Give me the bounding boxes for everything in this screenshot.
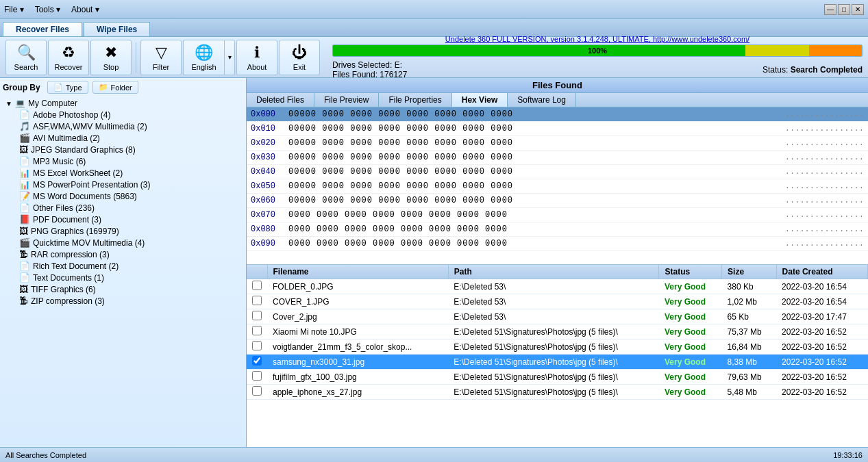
hex-addr-6: 0x060 [251, 194, 288, 207]
tree-icon-8: 📄 [19, 203, 30, 213]
tree-item-10[interactable]: 🖼PNG Graphics (169979) [16, 225, 243, 237]
row-checkbox-5[interactable] [247, 355, 267, 370]
row-status-3: Very Good [659, 324, 722, 339]
col-path[interactable]: Path [448, 265, 659, 279]
stop-button[interactable]: ✖ Stop [90, 40, 132, 75]
row-checkbox-4[interactable] [247, 339, 267, 355]
row-checkbox-1[interactable] [247, 294, 267, 309]
language-button[interactable]: 🌐 English [183, 40, 224, 75]
tree-item-9[interactable]: 📕PDF Document (3) [16, 214, 243, 225]
hex-row-8[interactable]: 0x0800000 0000 0000 0000 0000 0000 0000 … [247, 222, 868, 237]
language-arrow[interactable]: ▾ [224, 40, 235, 75]
row-filename-5: samsung_nx3000_31.jpg [267, 355, 448, 370]
row-size-0: 380 Kb [722, 279, 777, 294]
app-link[interactable]: Undelete 360 FULL VERSION, version 3.1.4… [332, 35, 863, 43]
table-row-0[interactable]: FOLDER_0.JPG E:\Deleted 53\ Very Good 38… [247, 279, 868, 294]
row-checkbox-2[interactable] [247, 309, 267, 324]
col-status[interactable]: Status [659, 265, 722, 279]
tree-item-16[interactable]: 🗜ZIP compression (3) [16, 295, 243, 307]
col-filename[interactable]: Filename [267, 265, 448, 279]
tree-item-11[interactable]: 🎬Quicktime MOV Multimedia (4) [16, 237, 243, 248]
folder-btn[interactable]: 📁 Folder [92, 81, 138, 94]
tree-item-8[interactable]: 📄Other Files (236) [16, 202, 243, 214]
hex-ascii-3: ................ [768, 151, 864, 164]
tab-deleted-files[interactable]: Deleted Files [247, 93, 314, 107]
row-checkbox-3[interactable] [247, 324, 267, 339]
status-value: Search Completed [791, 65, 863, 75]
table-row-7[interactable]: apple_iphone_xs_27.jpg E:\Deleted 51\Sig… [247, 385, 868, 400]
tree-item-6[interactable]: 📊MS PowerPoint Presentation (3) [16, 179, 243, 190]
hex-row-0[interactable]: 0x00000000 0000 0000 0000 0000 0000 0000… [247, 107, 868, 122]
tree-icon-0: 📄 [19, 110, 30, 120]
hex-row-9[interactable]: 0x0900000 0000 0000 0000 0000 0000 0000 … [247, 237, 868, 251]
about-button[interactable]: ℹ About [236, 40, 277, 75]
type-btn[interactable]: 📄 Type [47, 81, 88, 94]
hex-row-5[interactable]: 0x05000000 0000 0000 0000 0000 0000 0000… [247, 179, 868, 194]
tree-label-14: Text Documents (1) [33, 273, 104, 283]
hex-ascii-9: ................ [768, 237, 864, 251]
tree-item-13[interactable]: 📄Rich Text Document (2) [16, 260, 243, 272]
tab-file-preview[interactable]: File Preview [314, 93, 379, 107]
row-checkbox-7[interactable] [247, 385, 267, 400]
tab-software-log[interactable]: Software Log [508, 93, 576, 107]
exit-button[interactable]: ⏻ Exit [279, 40, 320, 75]
progress-green [333, 45, 745, 56]
tree-item-4[interactable]: 📄MP3 Music (6) [16, 155, 243, 167]
table-row-1[interactable]: COVER_1.JPG E:\Deleted 53\ Very Good 1,0… [247, 294, 868, 309]
col-date[interactable]: Date Created [776, 265, 867, 279]
tree-icon-1: 🎵 [19, 121, 30, 131]
menu-tools[interactable]: Tools ▾ [35, 5, 60, 14]
hex-row-2[interactable]: 0x02000000 0000 0000 0000 0000 0000 0000… [247, 136, 868, 151]
row-checkbox-6[interactable] [247, 370, 267, 385]
stop-icon: ✖ [105, 44, 117, 62]
tree-root-mycomputer[interactable]: ▼ 💻 My Computer [3, 98, 243, 109]
tree-item-1[interactable]: 🎵ASF,WMA,WMV Multimedia (2) [16, 120, 243, 132]
status-bar-right: 19:33:16 [833, 451, 863, 459]
progress-container: 100% [332, 44, 863, 59]
menu-file[interactable]: File ▾ [4, 5, 24, 14]
tab-recover-files[interactable]: Recover Files [3, 22, 82, 36]
table-header-row: Filename Path Status Size Date Created [247, 265, 868, 279]
table-row-4[interactable]: voigtlander_21mm_f3_5_color_skop... E:\D… [247, 339, 868, 355]
hex-addr-1: 0x010 [251, 122, 288, 136]
close-button[interactable]: ✕ [852, 4, 864, 15]
view-tabs: Deleted Files File Preview File Properti… [247, 93, 868, 107]
minimize-button[interactable]: — [824, 4, 836, 15]
tree-item-15[interactable]: 🖼TIFF Graphics (6) [16, 283, 243, 295]
tree-icon-13: 📄 [19, 261, 30, 271]
tree-item-12[interactable]: 🗜RAR compression (3) [16, 248, 243, 260]
tree-item-3[interactable]: 🖼JPEG Standard Graphics (8) [16, 144, 243, 155]
tree-item-7[interactable]: 📝MS Word Documents (5863) [16, 190, 243, 202]
row-checkbox-0[interactable] [247, 279, 267, 294]
maximize-button[interactable]: □ [838, 4, 850, 15]
table-row-2[interactable]: Cover_2.jpg E:\Deleted 53\ Very Good 65 … [247, 309, 868, 324]
tree-icon-16: 🗜 [19, 296, 28, 306]
hex-bytes-9: 0000 0000 0000 0000 0000 0000 0000 0000 [288, 237, 768, 251]
hex-addr-5: 0x050 [251, 179, 288, 193]
hex-row-7[interactable]: 0x0700000 0000 0000 0000 0000 0000 0000 … [247, 208, 868, 222]
hex-row-1[interactable]: 0x01000000 0000 0000 0000 0000 0000 0000… [247, 122, 868, 136]
hex-row-3[interactable]: 0x03000000 0000 0000 0000 0000 0000 0000… [247, 151, 868, 165]
hex-ascii-7: ................ [768, 208, 864, 222]
table-row-5[interactable]: samsung_nx3000_31.jpg E:\Deleted 51\Sign… [247, 355, 868, 370]
recover-button[interactable]: ♻ Recover [48, 40, 89, 75]
filter-button[interactable]: ▽ Filter [140, 40, 182, 75]
table-row-6[interactable]: fujifilm_gfx_100_03.jpg E:\Deleted 51\Si… [247, 370, 868, 385]
hex-row-6[interactable]: 0x06000000 0000 0000 0000 0000 0000 0000… [247, 194, 868, 208]
tree-item-0[interactable]: 📄Adobe Photoshop (4) [16, 109, 243, 120]
progress-fill [333, 45, 862, 56]
col-size[interactable]: Size [722, 265, 777, 279]
tree-item-2[interactable]: 🎬AVI Multimedia (2) [16, 132, 243, 144]
hex-view[interactable]: 0x00000000 0000 0000 0000 0000 0000 0000… [247, 107, 868, 265]
hex-ascii-8: ................ [768, 222, 864, 236]
search-button[interactable]: 🔍 Search [5, 40, 47, 75]
table-row-3[interactable]: Xiaomi Mi note 10.JPG E:\Deleted 51\Sign… [247, 324, 868, 339]
tab-file-properties[interactable]: File Properties [379, 93, 451, 107]
tree-item-14[interactable]: 📄Text Documents (1) [16, 272, 243, 283]
tab-wipe-files[interactable]: Wipe Files [84, 22, 150, 36]
tree-item-5[interactable]: 📊MS Excel WorkSheet (2) [16, 167, 243, 179]
recover-icon: ♻ [62, 44, 75, 62]
tab-hex-view[interactable]: Hex View [452, 93, 508, 107]
menu-about[interactable]: About ▾ [71, 5, 99, 14]
hex-row-4[interactable]: 0x04000000 0000 0000 0000 0000 0000 0000… [247, 165, 868, 179]
